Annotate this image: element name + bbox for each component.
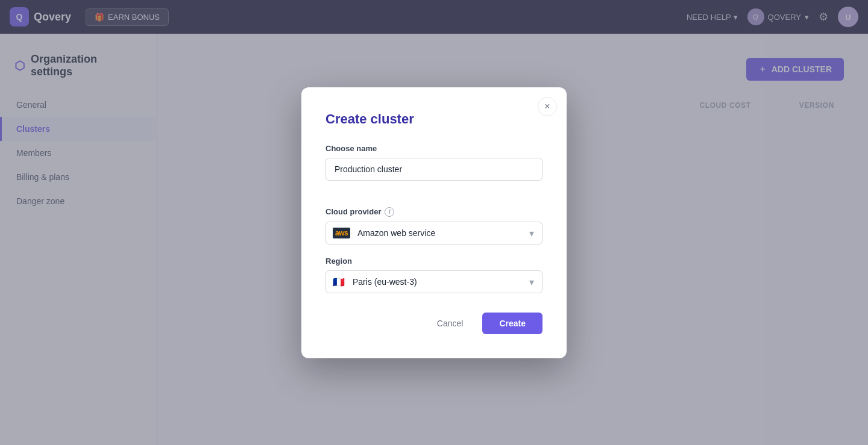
cancel-button[interactable]: Cancel [425, 313, 476, 334]
aws-logo: aws [333, 228, 350, 238]
cloud-provider-group: Cloud provider i aws Amazon web service … [326, 207, 542, 244]
cloud-provider-select-wrapper: aws Amazon web service Google Cloud Plat… [326, 222, 542, 244]
modal-close-button[interactable]: × [538, 97, 557, 116]
cloud-provider-select[interactable]: Amazon web service Google Cloud Platform… [326, 222, 542, 244]
create-button[interactable]: Create [482, 313, 542, 334]
cluster-name-group: Choose name [326, 144, 542, 195]
modal-overlay: × Create cluster Choose name Cloud provi… [0, 0, 868, 445]
modal-title: Create cluster [326, 111, 542, 127]
create-cluster-modal: × Create cluster Choose name Cloud provi… [301, 87, 567, 358]
region-select[interactable]: Paris (eu-west-3) N. Virginia (us-east-1… [326, 270, 542, 293]
cluster-name-input[interactable] [326, 158, 542, 181]
close-icon: × [544, 101, 550, 112]
cloud-provider-label: Cloud provider i [326, 207, 542, 217]
cluster-name-label: Choose name [326, 144, 542, 153]
region-group: Region 🇫🇷 Paris (eu-west-3) N. Virginia … [326, 257, 542, 293]
modal-footer: Cancel Create [326, 313, 542, 334]
region-label: Region [326, 257, 542, 266]
cloud-provider-info-icon: i [385, 207, 394, 217]
region-flag: 🇫🇷 [333, 276, 345, 287]
region-select-wrapper: 🇫🇷 Paris (eu-west-3) N. Virginia (us-eas… [326, 270, 542, 293]
